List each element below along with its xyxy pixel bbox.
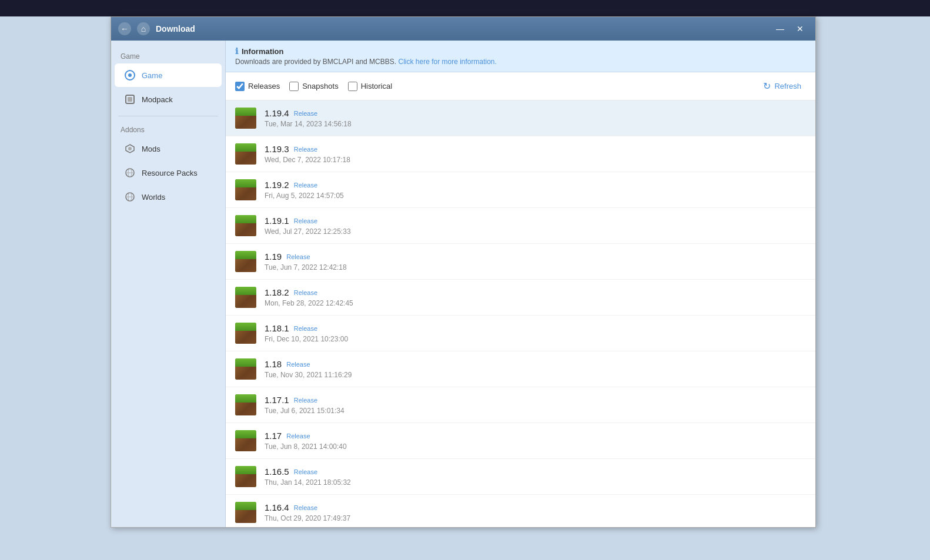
version-item[interactable]: 1.19.4 Release Tue, Mar 14, 2023 14:56:1… [226, 100, 815, 136]
version-info: 1.19.4 Release Tue, Mar 14, 2023 14:56:1… [265, 108, 806, 128]
sidebar-resource-packs-label: Resource Packs [142, 169, 198, 177]
sidebar-worlds-label: Worlds [142, 193, 165, 202]
version-item[interactable]: 1.19.1 Release Wed, Jul 27, 2022 12:25:3… [226, 208, 815, 244]
close-button[interactable]: ✕ [792, 22, 808, 36]
releases-checkbox[interactable] [235, 82, 245, 91]
info-text: Downloads are provided by BMCLAPI and MC… [235, 58, 806, 66]
version-info: 1.16.5 Release Thu, Jan 14, 2021 18:05:3… [265, 467, 806, 487]
mc-block-icon [235, 358, 256, 380]
back-button[interactable]: ← [118, 22, 131, 35]
refresh-button[interactable]: ↻ Refresh [758, 78, 806, 94]
info-icon: ℹ [235, 46, 238, 56]
version-name: 1.16.4 [265, 502, 289, 512]
sidebar-divider [118, 116, 218, 116]
mc-block-icon [235, 287, 256, 308]
version-name: 1.17.1 [265, 395, 289, 405]
version-badge: Release [294, 397, 317, 404]
svg-rect-3 [128, 97, 132, 102]
version-date: Tue, Jul 6, 2021 15:01:34 [265, 407, 806, 415]
svg-point-4 [128, 147, 132, 150]
historical-filter[interactable]: Historical [348, 82, 392, 91]
version-item[interactable]: 1.19 Release Tue, Jun 7, 2022 12:42:18 [226, 244, 815, 280]
sidebar-item-resource-packs[interactable]: Resource Packs [115, 161, 222, 185]
version-badge: Release [294, 146, 317, 153]
version-item[interactable]: 1.19.3 Release Wed, Dec 7, 2022 10:17:18 [226, 136, 815, 172]
sidebar-item-mods[interactable]: Mods [115, 137, 222, 160]
historical-label: Historical [361, 82, 392, 90]
version-list[interactable]: 1.19.4 Release Tue, Mar 14, 2023 14:56:1… [226, 100, 815, 527]
version-item[interactable]: 1.18.1 Release Fri, Dec 10, 2021 10:23:0… [226, 316, 815, 351]
version-date: Fri, Dec 10, 2021 10:23:00 [265, 335, 806, 343]
minimize-button[interactable]: — [772, 22, 788, 36]
version-date: Tue, Mar 14, 2023 14:56:18 [265, 120, 806, 128]
main-content: ℹ Information Downloads are provided by … [226, 41, 815, 527]
version-info: 1.17 Release Tue, Jun 8, 2021 14:00:40 [265, 431, 806, 451]
version-date: Tue, Jun 8, 2021 14:00:40 [265, 442, 806, 451]
mc-block-icon [235, 502, 256, 523]
sidebar-item-game[interactable]: Game [115, 63, 222, 87]
version-item[interactable]: 1.17.1 Release Tue, Jul 6, 2021 15:01:34 [226, 387, 815, 423]
taskbar [0, 0, 930, 16]
releases-filter[interactable]: Releases [235, 82, 280, 91]
sidebar-item-modpack[interactable]: Modpack [115, 88, 222, 111]
svg-point-1 [128, 73, 132, 77]
refresh-icon: ↻ [763, 81, 771, 92]
version-name: 1.18 [265, 359, 282, 369]
sidebar-mods-label: Mods [142, 145, 160, 153]
version-item[interactable]: 1.18.2 Release Mon, Feb 28, 2022 12:42:4… [226, 280, 815, 316]
modpack-icon [124, 93, 136, 105]
version-date: Mon, Feb 28, 2022 12:42:45 [265, 299, 806, 307]
sidebar-game-label: Game [142, 71, 162, 80]
version-date: Thu, Oct 29, 2020 17:49:37 [265, 514, 806, 522]
snapshots-filter[interactable]: Snapshots [289, 82, 338, 91]
sidebar: Game Game Modpack [111, 41, 226, 527]
version-name: 1.19.2 [265, 180, 289, 190]
version-item[interactable]: 1.17 Release Tue, Jun 8, 2021 14:00:40 [226, 423, 815, 459]
version-date: Wed, Jul 27, 2022 12:25:33 [265, 227, 806, 236]
version-item[interactable]: 1.16.5 Release Thu, Jan 14, 2021 18:05:3… [226, 459, 815, 495]
version-info: 1.16.4 Release Thu, Oct 29, 2020 17:49:3… [265, 502, 806, 522]
snapshots-label: Snapshots [302, 82, 338, 90]
worlds-icon [124, 191, 136, 203]
version-badge: Release [294, 110, 317, 117]
version-date: Wed, Dec 7, 2022 10:17:18 [265, 156, 806, 164]
info-link[interactable]: Click here for more information. [398, 58, 496, 66]
main-window: ← ⌂ Download — ✕ Game Game [111, 16, 816, 528]
version-item[interactable]: 1.19.2 Release Fri, Aug 5, 2022 14:57:05 [226, 172, 815, 208]
version-name: 1.19.1 [265, 216, 289, 226]
version-badge: Release [286, 361, 310, 368]
version-info: 1.18 Release Tue, Nov 30, 2021 11:16:29 [265, 359, 806, 379]
mc-block-icon [235, 143, 256, 165]
version-badge: Release [294, 289, 317, 296]
version-badge: Release [294, 182, 317, 189]
version-name: 1.17 [265, 431, 282, 441]
version-badge: Release [294, 468, 317, 475]
game-icon [124, 69, 136, 81]
home-button[interactable]: ⌂ [137, 22, 150, 35]
mc-block-icon [235, 466, 256, 487]
version-info: 1.18.1 Release Fri, Dec 10, 2021 10:23:0… [265, 323, 806, 343]
mc-block-icon [235, 215, 256, 236]
sidebar-item-worlds[interactable]: Worlds [115, 185, 222, 209]
version-item[interactable]: 1.16.4 Release Thu, Oct 29, 2020 17:49:3… [226, 495, 815, 527]
version-badge: Release [294, 325, 317, 332]
version-badge: Release [286, 253, 310, 260]
version-info: 1.19 Release Tue, Jun 7, 2022 12:42:18 [265, 252, 806, 271]
mc-block-icon [235, 179, 256, 200]
version-name: 1.19 [265, 252, 282, 261]
version-date: Fri, Aug 5, 2022 14:57:05 [265, 192, 806, 200]
window-title: Download [156, 24, 195, 33]
version-item[interactable]: 1.18 Release Tue, Nov 30, 2021 11:16:29 [226, 351, 815, 387]
mc-block-icon [235, 108, 256, 129]
title-bar: ← ⌂ Download — ✕ [111, 17, 815, 41]
version-badge: Release [286, 432, 310, 440]
historical-checkbox[interactable] [348, 82, 357, 91]
mc-block-icon [235, 323, 256, 344]
version-info: 1.19.3 Release Wed, Dec 7, 2022 10:17:18 [265, 144, 806, 164]
version-name: 1.18.2 [265, 287, 289, 297]
version-info: 1.17.1 Release Tue, Jul 6, 2021 15:01:34 [265, 395, 806, 415]
snapshots-checkbox[interactable] [289, 82, 299, 91]
mc-block-icon [235, 430, 256, 451]
info-title: ℹ Information [235, 46, 806, 56]
version-badge: Release [294, 217, 317, 224]
